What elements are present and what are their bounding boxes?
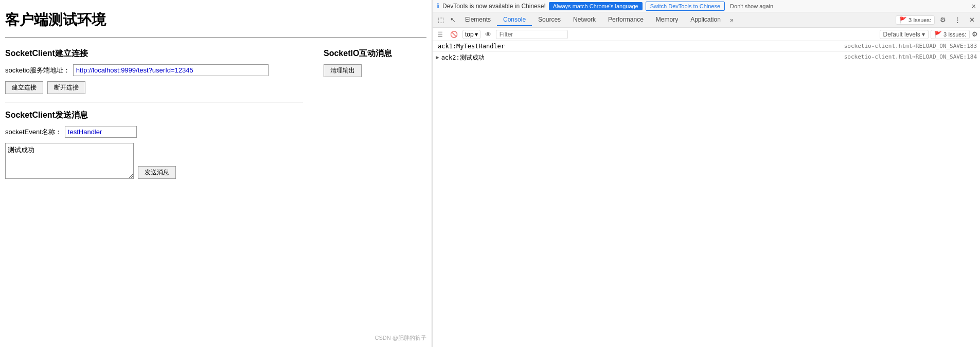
clear-output-button[interactable]: 清理输出 [324, 64, 362, 77]
top-label: top [465, 31, 474, 38]
section-divider [5, 102, 303, 102]
event-name-label: socketEvent名称： [5, 127, 62, 137]
console-toolbar: ☰ 🚫 top ▾ 👁 Default levels ▾ 🚩 3 Issues:… [433, 28, 980, 41]
event-name-row: socketEvent名称： [5, 126, 303, 138]
send-row: 发送消息 [5, 143, 303, 179]
main-content: SocketClient建立连接 socketio服务端地址： 建立连接 断开连… [0, 41, 432, 187]
tab-elements[interactable]: Elements [459, 14, 497, 26]
default-levels-button[interactable]: Default levels ▾ [880, 30, 929, 39]
tab-application[interactable]: Application [684, 14, 727, 26]
context-chevron-icon: ▾ [475, 31, 478, 38]
title-divider [5, 38, 426, 38]
connection-section-title: SocketClient建立连接 [5, 48, 303, 59]
switch-devtools-chinese-button[interactable]: Switch DevTools to Chinese [646, 2, 725, 11]
left-column: SocketClient建立连接 socketio服务端地址： 建立连接 断开连… [5, 48, 303, 179]
server-address-label: socketio服务端地址： [5, 66, 70, 75]
settings-gear-icon[interactable]: ⚙ [937, 14, 949, 26]
issues-toolbar-label: 3 Issues: [943, 31, 966, 38]
dock-icon[interactable]: ⬚ [435, 14, 447, 26]
send-button[interactable]: 发送消息 [138, 166, 176, 179]
notification-text: DevTools is now available in Chinese! [442, 3, 546, 10]
connect-button[interactable]: 建立连接 [5, 81, 43, 94]
send-section-title: SocketClient发送消息 [5, 110, 303, 121]
dont-show-again-link[interactable]: Don't show again [730, 3, 773, 9]
interaction-section-title: SocketIO互动消息 [324, 48, 426, 59]
console-settings-icon[interactable]: ⚙ [972, 30, 978, 38]
always-match-language-button[interactable]: Always match Chrome's language [549, 2, 643, 10]
tab-memory[interactable]: Memory [650, 14, 684, 26]
footer-note: CSDN @肥胖的裤子 [375, 334, 426, 342]
issues-flag-icon: 🚩 [934, 31, 942, 38]
devtools-panel: ℹ DevTools is now available in Chinese! … [432, 0, 980, 347]
console-messages: ack1:MyTestHandler socketio-client.html→… [433, 41, 980, 347]
context-selector[interactable]: top ▾ [462, 30, 480, 39]
webpage-panel: 客户端测试环境 SocketClient建立连接 socketio服务端地址： … [0, 0, 432, 347]
right-column: SocketIO互动消息 清理输出 [324, 48, 426, 179]
event-name-input[interactable] [65, 126, 137, 138]
default-levels-group: Default levels ▾ 🚩 3 Issues: ⚙ [880, 30, 978, 39]
eye-icon[interactable]: 👁 [483, 30, 494, 39]
filter-input[interactable] [496, 30, 568, 39]
message-text-1: ack1:MyTestHandler [438, 43, 840, 50]
tab-network[interactable]: Network [567, 14, 602, 26]
issues-count-label: 3 Issues: [908, 17, 931, 23]
issues-badge-toolbar[interactable]: 🚩 3 Issues: [931, 30, 970, 39]
devtools-tabs-bar: ⬚ ↖ Elements Console Sources Network Per… [433, 12, 980, 28]
tab-sources[interactable]: Sources [532, 14, 567, 26]
info-icon: ℹ [437, 2, 439, 10]
issues-badge[interactable]: 🚩 3 Issues: [896, 15, 935, 25]
devtools-notification-bar: ℹ DevTools is now available in Chinese! … [433, 0, 980, 12]
message-text-2: ack2:测试成功 [441, 53, 840, 62]
tab-console[interactable]: Console [497, 14, 532, 26]
more-options-icon[interactable]: ⋮ [951, 14, 964, 26]
devtools-tab-actions: 🚩 3 Issues: ⚙ ⋮ ✕ [896, 14, 978, 26]
notification-close-icon[interactable]: × [972, 2, 976, 10]
message-source-1[interactable]: socketio-client.html→RELOAD_ON_SAVE:183 [844, 43, 977, 49]
clear-console-icon[interactable]: 🚫 [448, 30, 460, 39]
inspect-icon[interactable]: ↖ [447, 14, 459, 26]
issues-icon: 🚩 [899, 16, 907, 24]
message-textarea[interactable] [5, 143, 134, 179]
disconnect-button[interactable]: 断开连接 [47, 81, 85, 94]
connection-buttons: 建立连接 断开连接 [5, 81, 303, 94]
tab-performance[interactable]: Performance [602, 14, 650, 26]
console-message-2: ▶ ack2:测试成功 socketio-client.html→RELOAD_… [433, 52, 980, 64]
sidebar-toggle-icon[interactable]: ☰ [435, 30, 446, 39]
message-source-2[interactable]: socketio-client.html→RELOAD_ON_SAVE:184 [844, 53, 977, 60]
more-tabs-icon[interactable]: » [727, 14, 737, 26]
page-title: 客户端测试环境 [0, 0, 432, 35]
server-address-input[interactable] [73, 64, 269, 76]
expand-icon-2[interactable]: ▶ [436, 54, 439, 61]
console-message-1: ack1:MyTestHandler socketio-client.html→… [433, 41, 980, 52]
default-levels-label: Default levels ▾ [883, 31, 925, 38]
close-devtools-icon[interactable]: ✕ [966, 14, 978, 26]
server-address-row: socketio服务端地址： [5, 64, 303, 76]
